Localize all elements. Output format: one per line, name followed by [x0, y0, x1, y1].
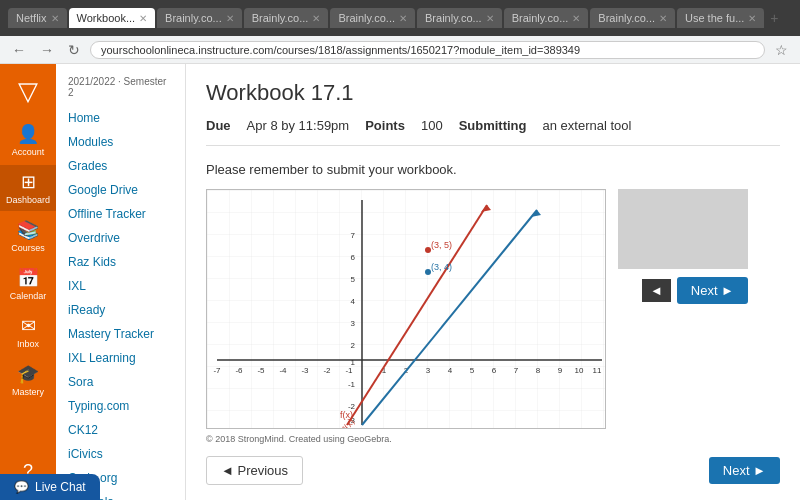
svg-text:-5: -5: [257, 366, 265, 375]
tab-workbook[interactable]: Workbook...✕: [69, 8, 156, 28]
sidebar-item-ixl[interactable]: IXL: [56, 274, 185, 298]
sidebar-item-iready[interactable]: iReady: [56, 298, 185, 322]
reminder-text: Please remember to submit your workbook.: [206, 162, 780, 177]
tab-netflix[interactable]: Netflix✕: [8, 8, 67, 28]
nav-item-label: Account: [12, 147, 45, 157]
svg-rect-0: [207, 190, 606, 429]
account-icon: 👤: [17, 123, 39, 145]
points-label: Points: [365, 118, 405, 133]
sidebar-item-sora[interactable]: Sora: [56, 370, 185, 394]
graph-svg: -7 -6 -5 -4 -3 -2 -1 1 2 3 4 5 6 7: [206, 189, 606, 429]
svg-text:-7: -7: [213, 366, 221, 375]
svg-text:3: 3: [426, 366, 431, 375]
graph-credit: © 2018 StrongMind. Created using GeoGebr…: [206, 434, 606, 444]
forward-button[interactable]: →: [36, 40, 58, 60]
tab-brainly3[interactable]: Brainly.co...✕: [330, 8, 415, 28]
meta-row: Due Apr 8 by 11:59pm Points 100 Submitti…: [206, 118, 780, 146]
semester-label: 2021/2022 · Semester 2: [56, 72, 185, 106]
nav-item-inbox[interactable]: ✉ Inbox: [0, 309, 56, 355]
svg-text:4: 4: [351, 297, 356, 306]
nav-item-calendar[interactable]: 📅 Calendar: [0, 261, 56, 307]
svg-text:1: 1: [351, 358, 356, 367]
nav-item-dashboard[interactable]: ⊞ Dashboard: [0, 165, 56, 211]
sidebar-item-home[interactable]: Home: [56, 106, 185, 130]
svg-text:-1: -1: [345, 366, 353, 375]
sidebar-item-ixl-learning[interactable]: IXL Learning: [56, 346, 185, 370]
tab-use-the-full[interactable]: Use the fu...✕: [677, 8, 764, 28]
close-icon[interactable]: ✕: [572, 13, 580, 24]
sidebar-item-typing-com[interactable]: Typing.com: [56, 394, 185, 418]
nav-item-label: Inbox: [17, 339, 39, 349]
sidebar-item-offline-tracker[interactable]: Offline Tracker: [56, 202, 185, 226]
points-value: 100: [421, 118, 443, 133]
sidebar-item-ck12[interactable]: CK12: [56, 418, 185, 442]
url-bar[interactable]: yourschoolonlineca.instructure.com/cours…: [90, 41, 765, 59]
live-chat-button[interactable]: 💬 Live Chat: [0, 474, 100, 500]
close-icon[interactable]: ✕: [139, 13, 147, 24]
svg-text:10: 10: [575, 366, 584, 375]
close-icon[interactable]: ✕: [486, 13, 494, 24]
bottom-nav-buttons: ◄ Previous Next ►: [206, 456, 780, 485]
sidebar-item-mastery-tracker[interactable]: Mastery Tracker: [56, 322, 185, 346]
nav-item-courses[interactable]: 📚 Courses: [0, 213, 56, 259]
svg-text:2: 2: [351, 341, 356, 350]
graph-wrapper: -7 -6 -5 -4 -3 -2 -1 1 2 3 4 5 6 7: [206, 189, 606, 444]
sidebar-item-modules[interactable]: Modules: [56, 130, 185, 154]
tab-brainly4[interactable]: Brainly.co...✕: [417, 8, 502, 28]
close-icon[interactable]: ✕: [748, 13, 756, 24]
chat-label: Live Chat: [35, 480, 86, 494]
dashboard-icon: ⊞: [21, 171, 36, 193]
calendar-icon: 📅: [17, 267, 39, 289]
close-icon[interactable]: ✕: [399, 13, 407, 24]
svg-text:5: 5: [470, 366, 475, 375]
nav-item-label: Calendar: [10, 291, 47, 301]
svg-text:3: 3: [351, 319, 356, 328]
sidebar-item-google-drive[interactable]: Google Drive: [56, 178, 185, 202]
svg-text:6: 6: [492, 366, 497, 375]
sidebar-item-overdrive[interactable]: Overdrive: [56, 226, 185, 250]
preview-box: [618, 189, 748, 269]
tab-brainly2[interactable]: Brainly.co...✕: [244, 8, 329, 28]
courses-icon: 📚: [17, 219, 39, 241]
nav-item-account[interactable]: 👤 Account: [0, 117, 56, 163]
bookmark-button[interactable]: ☆: [771, 40, 792, 60]
new-tab-button[interactable]: +: [766, 8, 782, 28]
svg-text:-6: -6: [235, 366, 243, 375]
svg-text:(3, 5): (3, 5): [431, 240, 452, 250]
next-panel-button[interactable]: Next ►: [677, 277, 748, 304]
svg-text:-2: -2: [323, 366, 331, 375]
prev-panel-button[interactable]: ◄: [642, 279, 671, 302]
close-icon[interactable]: ✕: [226, 13, 234, 24]
close-icon[interactable]: ✕: [51, 13, 59, 24]
close-icon[interactable]: ✕: [659, 13, 667, 24]
submitting-label: Submitting: [459, 118, 527, 133]
browser-chrome: Netflix✕ Workbook...✕ Brainly.co...✕ Bra…: [0, 0, 800, 36]
links-sidebar: 2021/2022 · Semester 2 Home Modules Grad…: [56, 64, 186, 500]
content-area: 2021/2022 · Semester 2 Home Modules Grad…: [56, 64, 800, 500]
back-button[interactable]: ←: [8, 40, 30, 60]
sidebar-item-grades[interactable]: Grades: [56, 154, 185, 178]
reload-button[interactable]: ↻: [64, 40, 84, 60]
graph-container: -7 -6 -5 -4 -3 -2 -1 1 2 3 4 5 6 7: [206, 189, 780, 444]
nav-item-mastery[interactable]: 🎓 Mastery: [0, 357, 56, 403]
next-bottom-button[interactable]: Next ►: [709, 457, 780, 484]
tab-bar: Netflix✕ Workbook...✕ Brainly.co...✕ Bra…: [8, 8, 783, 28]
page-title: Workbook 17.1: [206, 80, 780, 106]
svg-text:7: 7: [351, 231, 356, 240]
sidebar-item-icivics[interactable]: iCivics: [56, 442, 185, 466]
nav-item-label: Dashboard: [6, 195, 50, 205]
previous-button[interactable]: ◄ Previous: [206, 456, 303, 485]
tab-brainly1[interactable]: Brainly.co...✕: [157, 8, 242, 28]
svg-text:(3, 4): (3, 4): [431, 262, 452, 272]
due-label: Due: [206, 118, 231, 133]
inbox-icon: ✉: [21, 315, 36, 337]
sidebar-item-raz-kids[interactable]: Raz Kids: [56, 250, 185, 274]
svg-text:9: 9: [558, 366, 563, 375]
close-icon[interactable]: ✕: [312, 13, 320, 24]
tab-brainly5[interactable]: Brainly.co...✕: [504, 8, 589, 28]
svg-text:5: 5: [351, 275, 356, 284]
logo: ▽: [18, 68, 38, 115]
tab-brainly6[interactable]: Brainly.co...✕: [590, 8, 675, 28]
right-panel: ◄ Next ►: [618, 189, 748, 316]
chat-icon: 💬: [14, 480, 29, 494]
